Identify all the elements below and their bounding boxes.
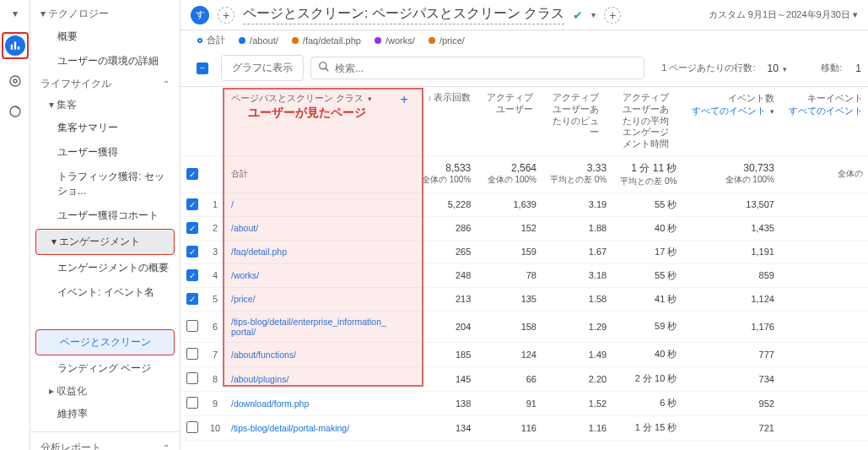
nav-lifecycle[interactable]: ライフサイクル⌃ [30,73,180,95]
row-checkbox[interactable] [186,320,198,332]
row-eng: 2 分 10 秒 [612,366,682,391]
row-checkbox[interactable] [186,348,198,360]
table-row[interactable]: 10/tips-blog/detail/portal-making/134116… [181,415,868,440]
row-checkbox[interactable]: ✓ [186,198,198,210]
rows-per-page-value[interactable]: 10 ▾ [763,62,803,74]
row-path[interactable]: /download/form.php [226,391,395,415]
row-events: 952 [682,391,779,415]
explore-icon[interactable] [5,71,25,91]
row-users: 158 [476,311,542,342]
row-index: 8 [204,366,226,391]
legend-bar: 合計 /about/ /faq/detail.php /works/ /pric… [181,30,868,50]
svg-rect-1 [13,41,15,49]
row-path[interactable]: /tips-blog/detail/enterprise_information… [226,311,395,342]
col-avg-engagement[interactable]: アクティブ ユーザーあたりの平均エンゲージメント時間 [612,87,682,155]
table-row[interactable]: ✓4/works/248783.1855 秒859 [181,263,868,287]
col-views[interactable]: ↓表示回数 [413,87,476,155]
nav-overview[interactable]: 概要 [30,24,180,49]
nav-monetization[interactable]: ▸ 収益化 [30,381,180,402]
show-in-chart-button[interactable]: グラフに表示 [221,55,304,81]
segment-badge[interactable]: す [191,6,209,24]
select-all-checkbox[interactable]: − [197,62,208,74]
caret-icon[interactable]: ▾ [5,3,25,24]
row-path[interactable]: /price/ [226,287,395,311]
row-checkbox[interactable]: ✓ [186,222,198,234]
row-path[interactable]: / [226,192,395,216]
table-row[interactable]: 9/download/form.php138911.526 秒952 [181,391,868,415]
table-row[interactable]: ✓5/price/2131351.5841 秒1,124 [181,287,868,311]
row-views: 185 [413,342,476,366]
add-dimension-button[interactable]: + [395,87,413,155]
table-row[interactable]: 7/about/functions/1851241.4940 秒777 [181,342,868,366]
chevron-down-icon[interactable]: ▾ [591,10,596,19]
nav-landing-page[interactable]: ランディング ページ [30,356,180,381]
row-checkbox[interactable] [186,397,198,409]
nav-user-cohort[interactable]: ユーザー獲得コホート [30,203,180,228]
date-range[interactable]: カスタム 9月1日～2024年9月30日 ▾ [709,8,858,21]
row-checkbox[interactable] [186,372,198,384]
nav-event-name[interactable]: イベント: イベント名 [30,280,180,305]
row-vpu: 1.88 [542,216,612,240]
row-checkbox[interactable]: ✓ [186,293,198,305]
nav-retention[interactable]: 維持率 [30,402,180,426]
legend-item[interactable]: /about/ [239,35,278,46]
col-event-count[interactable]: イベント数すべてのイベント ▾ [682,87,779,155]
row-views: 5,228 [413,192,476,216]
nav-pages-screens[interactable]: ページとスクリーン [35,329,175,355]
nav-analysis[interactable]: 分析レポート⌃ [30,437,180,450]
chevron-up-icon: ⌃ [163,443,170,450]
legend-item[interactable]: /price/ [429,35,465,46]
table-row[interactable]: 8/about/plugins/145662.202 分 10 秒734 [181,366,868,391]
nav-acq-summary[interactable]: 集客サマリー [30,116,180,140]
reports-icon[interactable] [5,35,25,56]
row-path[interactable]: /faq/detail.php [226,240,395,263]
table-row[interactable]: 6/tips-blog/detail/enterprise_informatio… [181,311,868,342]
row-views: 138 [413,391,476,415]
nav-traffic-acq[interactable]: トラフィック獲得: セッショ... [30,165,180,203]
row-path[interactable]: /about/ [226,216,395,240]
nav-technology[interactable]: ▾ テクノロジー [30,3,180,24]
svg-point-6 [320,62,326,69]
summary-label: 合計 [226,155,395,192]
summary-row: ✓ 合計 8,533全体の 100% 2,564全体の 100% 3.33平均と… [181,155,868,192]
row-path[interactable]: /works/ [226,263,395,287]
nav-acquisition[interactable]: ▾ 集客 [30,95,180,116]
legend-item[interactable]: /works/ [375,35,415,46]
chevron-down-icon: ▾ [783,65,787,73]
nav-divider [30,431,180,432]
advertising-icon[interactable] [5,101,25,122]
table-row[interactable]: ✓1/5,2281,6393.1955 秒13,507 [181,192,868,216]
row-vpu: 1.67 [542,240,612,263]
col-path[interactable]: ページパスとスクリーン クラス ▾ [226,87,395,155]
row-vpu: 1.52 [542,391,612,415]
legend-item[interactable]: 合計 [197,34,225,46]
search-input[interactable] [335,62,637,74]
add-comparison-button[interactable]: + [604,7,621,24]
add-segment-button[interactable]: + [218,7,235,24]
row-index: 4 [204,263,226,287]
row-path[interactable]: /tips-blog/detail/portal-making/ [226,415,395,440]
nav-user-acq[interactable]: ユーザー獲得 [30,140,180,165]
row-checkbox[interactable]: ✓ [186,246,198,258]
row-eng: 40 秒 [612,216,682,240]
row-path[interactable]: /about/functions/ [226,342,395,366]
summary-checkbox[interactable]: ✓ [186,168,198,180]
legend-item[interactable]: /faq/detail.php [292,35,361,46]
col-active-users[interactable]: アクティブ ユーザー [476,87,542,155]
nav-engagement[interactable]: ▾ エンゲージメント [35,229,175,255]
row-vpu: 1.58 [542,287,612,311]
table-row[interactable]: ✓3/faq/detail.php2651591.6717 秒1,191 [181,240,868,263]
row-users: 116 [476,415,542,440]
row-views: 204 [413,311,476,342]
row-checkbox[interactable]: ✓ [186,269,198,281]
row-views: 265 [413,240,476,263]
row-users: 91 [476,391,542,415]
row-path[interactable]: /about/plugins/ [226,366,395,391]
row-checkbox[interactable] [186,421,198,433]
nav-eng-overview[interactable]: エンゲージメントの概要 [30,256,180,280]
col-key-events[interactable]: キーイベントすべてのイベント [779,87,868,155]
nav-user-env[interactable]: ユーザーの環境の詳細 [30,49,180,73]
goto-value[interactable]: 1 [849,62,868,74]
col-views-per-user[interactable]: アクティブ ユーザーあたりのビュー [542,87,612,155]
table-row[interactable]: ✓2/about/2861521.8840 秒1,435 [181,216,868,240]
